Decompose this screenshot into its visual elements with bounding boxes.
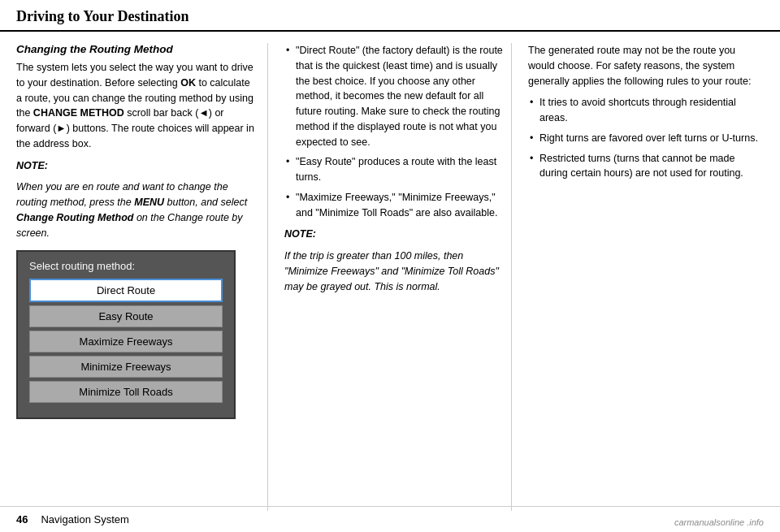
page-title: Driving to Your Destination [16, 8, 764, 25]
right-intro: The generated route may not be the route… [528, 43, 764, 89]
right-bullet-list: It tries to avoid shortcuts through resi… [528, 95, 764, 181]
bullet-right-turns: Right turns are favored over left turns … [528, 131, 764, 146]
page-number: 46 [16, 513, 28, 526]
paragraph-1: The system lets you select the way you w… [16, 60, 256, 152]
bullet-shortcuts: It tries to avoid shortcuts through resi… [528, 95, 764, 126]
page-header: Driving to Your Destination [0, 0, 780, 32]
change-method-bold: CHANGE METHOD [33, 107, 124, 119]
bullet-freeways: "Maximize Freeways," "Minimize Freeways,… [284, 190, 503, 221]
back-symbol: ◄ [198, 107, 208, 119]
route-option-direct[interactable]: Direct Route [29, 279, 223, 302]
bullet-easy-route: "Easy Route" produces a route with the l… [284, 154, 503, 185]
right-column: The generated route may not be the route… [520, 43, 764, 511]
ok-bold: OK [180, 77, 196, 89]
footer-nav-title: Navigation System [41, 513, 128, 526]
route-option-maximize[interactable]: Maximize Freeways [29, 331, 223, 353]
note-text-1: When you are en route and want to change… [16, 179, 256, 240]
left-column: Changing the Routing Method The system l… [16, 43, 268, 511]
note-label-2: NOTE: [284, 227, 503, 242]
change-routing-bold: Change Routing Method [16, 212, 133, 223]
menu-bold: MENU [134, 197, 164, 208]
note-text-screen: screen. [16, 227, 50, 239]
note-label-1: NOTE: [16, 158, 256, 174]
section-title: Changing the Routing Method [16, 43, 256, 55]
note-text-button: button, and select [164, 197, 247, 208]
route-option-easy[interactable]: Easy Route [29, 305, 223, 327]
route-option-minimize-free[interactable]: Minimize Freeways [29, 356, 223, 378]
page-footer: 46 Navigation System carmanualsonline .i… [0, 506, 780, 532]
routing-method-box: Select routing method: Direct Route Easy… [16, 250, 236, 419]
route-option-minimize-toll[interactable]: Minimize Toll Roads [29, 381, 223, 403]
note-text-2: If the trip is greater than 100 miles, t… [284, 249, 503, 294]
content-area: Changing the Routing Method The system l… [0, 32, 780, 511]
routing-box-title: Select routing method: [29, 260, 223, 272]
bullet-direct-route: "Direct Route" (the factory default) is … [284, 43, 503, 149]
watermark: carmanualsonline .info [674, 517, 764, 527]
forward-symbol: ► [56, 123, 66, 134]
bullet-restricted-turns: Restricted turns (turns that cannot be m… [528, 151, 764, 182]
text-scroll-bar: scroll bar back ( [124, 107, 199, 119]
note-text-on-the: on the Change route by [133, 212, 242, 223]
middle-bullet-list: "Direct Route" (the factory default) is … [284, 43, 503, 220]
middle-column: "Direct Route" (the factory default) is … [276, 43, 512, 511]
